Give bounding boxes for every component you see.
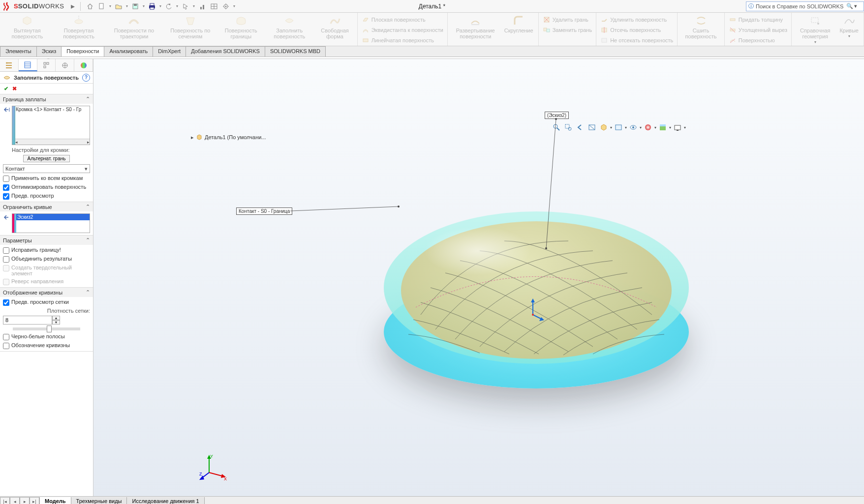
ok-button[interactable]: ✔ (4, 86, 8, 92)
tab-nav-first[interactable]: |◂ (0, 497, 10, 504)
apply-scene-icon[interactable] (657, 122, 668, 133)
apply-scene-dropdown[interactable]: ▾ (669, 125, 671, 130)
thicken-button[interactable]: Придать толщину (729, 15, 787, 25)
flatten-surface-button[interactable]: Развертывание поверхности (450, 14, 501, 40)
replace-face-button[interactable]: Заменить грань (543, 25, 592, 35)
options-dropdown-icon[interactable]: ▾ (232, 1, 236, 12)
open-icon[interactable] (113, 1, 124, 12)
ruled-surface-button[interactable]: Линейчатая поверхность (362, 35, 443, 45)
zebra-stripes-checkbox[interactable]: Черно-белые полосы (3, 333, 90, 340)
spin-up-icon[interactable]: ▲ (52, 316, 60, 320)
tab-sketch[interactable]: Эскиз (36, 46, 62, 57)
display-style-dropdown[interactable]: ▾ (625, 125, 627, 130)
save-dropdown-icon[interactable]: ▾ (142, 1, 146, 12)
feature-manager-tab[interactable] (0, 59, 19, 71)
tab-nav-next[interactable]: ▸ (20, 497, 30, 504)
hide-show-icon[interactable] (628, 122, 639, 133)
mesh-density-slider[interactable] (13, 327, 80, 330)
tab-mbd[interactable]: SOLIDWORKS MBD (265, 46, 326, 57)
constraint-selection-list[interactable]: Эскиз2 (12, 213, 90, 233)
home-icon[interactable] (85, 1, 95, 12)
boundary-surface-button[interactable]: Поверхность границы (217, 14, 264, 40)
untrim-surface-button[interactable]: Не отсекать поверхность (600, 35, 673, 45)
alternate-face-button[interactable]: Альтернат. грань (23, 155, 70, 162)
dimxpert-manager-tab[interactable] (56, 59, 74, 71)
curvature-combo[interactable]: Контакт▾ (3, 164, 90, 173)
slider-thumb[interactable] (47, 326, 52, 332)
undo-icon[interactable] (163, 1, 174, 12)
tab-dimxpert[interactable]: DimXpert (153, 46, 186, 57)
fillet-button[interactable]: Скругление (501, 14, 536, 34)
reverse-constraint-icon[interactable] (3, 213, 11, 221)
section-constraint-curves[interactable]: Ограничить кривые⌃ (0, 202, 93, 211)
new-icon[interactable] (96, 1, 107, 12)
planar-surface-button[interactable]: Плоская поверхность (362, 15, 443, 25)
graphics-viewport[interactable]: ▸ Деталь1 (По умолчани... ▾ ▾ ▾ ▾ ▾ ▾ (93, 59, 864, 496)
fix-boundary-checkbox[interactable]: Исправить границу! (3, 247, 90, 254)
scroll-right-icon[interactable]: ▸ (87, 140, 90, 145)
curvature-combs-checkbox[interactable]: Обозначение кривизны (3, 342, 90, 349)
help-feature-icon[interactable]: ? (82, 74, 90, 82)
open-dropdown-icon[interactable]: ▾ (125, 1, 129, 12)
save-icon[interactable] (130, 1, 141, 12)
edit-appearance-dropdown[interactable]: ▾ (654, 125, 656, 130)
extruded-surface-button[interactable]: Вытянутая поверхность (2, 14, 53, 40)
freeform-button[interactable]: Свободная форма (314, 14, 355, 40)
layout-icon[interactable] (209, 1, 219, 12)
reference-geometry-button[interactable]: Справочная геометрия▾ (794, 14, 836, 46)
hide-show-dropdown[interactable]: ▾ (640, 125, 642, 130)
apply-to-all-checkbox[interactable]: Применить ко всем кромкам (3, 175, 90, 182)
new-dropdown-icon[interactable]: ▾ (108, 1, 112, 12)
thickened-cut-button[interactable]: Утолщенный вырез (729, 25, 787, 35)
edge-callout[interactable]: Контакт - S0 - Граница (236, 208, 292, 215)
previous-view-icon[interactable] (575, 122, 586, 133)
lofted-surface-button[interactable]: Поверхность по сечениям (163, 14, 217, 40)
section-view-icon[interactable] (586, 122, 597, 133)
trim-surface-button[interactable]: Отсечь поверхность (600, 25, 673, 35)
tab-elements[interactable]: Элементы (0, 46, 37, 57)
scroll-left-icon[interactable]: ◂ (15, 140, 18, 145)
view-orientation-icon[interactable] (598, 122, 609, 133)
offset-surface-button[interactable]: Эквидистанта к поверхности (362, 25, 443, 35)
display-manager-tab[interactable] (74, 59, 93, 71)
optimize-surface-checkbox[interactable]: Оптимизировать поверхность (3, 184, 90, 191)
display-style-icon[interactable] (613, 122, 624, 133)
edit-appearance-icon[interactable] (643, 122, 653, 133)
swept-surface-button[interactable]: Поверхности по траектории (105, 14, 163, 40)
preview-checkbox[interactable]: Предв. просмотр (3, 193, 90, 200)
flyout-feature-tree[interactable]: ▸ Деталь1 (По умолчани... (191, 134, 266, 141)
bottom-tab-motion-study[interactable]: Исследование движения 1 (126, 497, 204, 504)
tab-surfaces[interactable]: Поверхности (61, 46, 104, 57)
delete-face-button[interactable]: Удалить грань (543, 15, 592, 25)
section-patch-boundary[interactable]: Граница заплаты⌃ (0, 94, 93, 104)
tab-nav-prev[interactable]: ◂ (10, 497, 20, 504)
bottom-tab-model[interactable]: Модель (39, 497, 71, 504)
configuration-manager-tab[interactable] (37, 59, 56, 71)
view-settings-icon[interactable] (672, 122, 683, 133)
select-icon[interactable] (180, 1, 191, 12)
zoom-area-icon[interactable] (563, 122, 574, 133)
expand-tree-icon[interactable]: ▸ (191, 134, 194, 141)
view-orientation-dropdown[interactable]: ▾ (610, 125, 612, 130)
list-hscrollbar[interactable]: ◂▸ (15, 139, 90, 145)
mesh-preview-checkbox[interactable]: Предв. просмотр сетки (3, 299, 90, 306)
fill-surface-button[interactable]: Заполнить поверхность (264, 14, 314, 40)
cut-with-surface-button[interactable]: Поверхностью (729, 35, 787, 45)
spin-down-icon[interactable]: ▼ (52, 320, 60, 325)
knit-surface-button[interactable]: Сшить поверхность (679, 14, 722, 40)
rebuild-icon[interactable] (197, 1, 208, 12)
tab-overflow-icon[interactable]: ▿ (47, 57, 50, 59)
expand-menu-icon[interactable]: ▸ (67, 1, 78, 12)
help-search-box[interactable]: ⓘ Поиск в Справке по SOLIDWORKS 🔍 ▾ (746, 1, 864, 11)
tab-nav-last[interactable]: ▸| (30, 497, 39, 504)
section-options[interactable]: Параметры⌃ (0, 236, 93, 245)
constraint-item[interactable]: Эскиз2 (16, 214, 90, 220)
print-dropdown-icon[interactable]: ▾ (158, 1, 162, 12)
reverse-boundary-icon[interactable] (3, 106, 11, 114)
search-magnifier-icon[interactable]: 🔍 (846, 3, 853, 9)
options-icon[interactable] (220, 1, 231, 12)
boundary-item[interactable]: Кромка <1> Контакт - S0 - Гр (16, 107, 89, 112)
mesh-density-input[interactable] (3, 316, 52, 325)
boundary-selection-list[interactable]: Кромка <1> Контакт - S0 - Гр ◂▸ (12, 106, 90, 145)
search-dropdown-icon[interactable]: ▾ (854, 3, 857, 9)
